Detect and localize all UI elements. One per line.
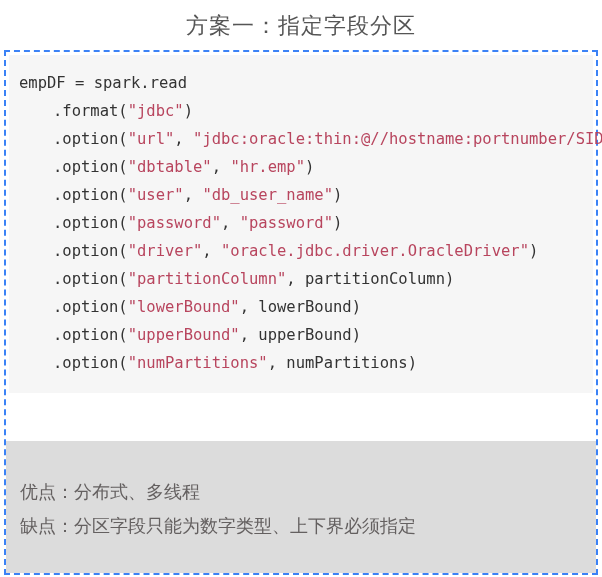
code-line: .option("password", "password")	[19, 209, 585, 237]
title: 方案一：指定字段分区	[0, 0, 602, 50]
code-line: .option("upperBound", upperBound)	[19, 321, 585, 349]
code-line: .option("driver", "oracle.jdbc.driver.Or…	[19, 237, 585, 265]
dashed-panel: empDF = spark.read .format("jdbc") .opti…	[4, 50, 598, 575]
code-line: .format("jdbc")	[19, 97, 585, 125]
pros-text: 优点：分布式、多线程	[20, 475, 582, 509]
summary-panel: 优点：分布式、多线程 缺点：分区字段只能为数字类型、上下界必须指定	[6, 441, 596, 573]
code-line: .option("dbtable", "hr.emp")	[19, 153, 585, 181]
code-line: .option("url", "jdbc:oracle:thin:@//host…	[19, 125, 585, 153]
code-line: .option("lowerBound", lowerBound)	[19, 293, 585, 321]
code-block: empDF = spark.read .format("jdbc") .opti…	[9, 55, 593, 393]
code-line: empDF = spark.read	[19, 69, 585, 97]
document-container: 方案一：指定字段分区 empDF = spark.read .format("j…	[0, 0, 602, 577]
cons-text: 缺点：分区字段只能为数字类型、上下界必须指定	[20, 509, 582, 543]
code-line: .option("user", "db_user_name")	[19, 181, 585, 209]
code-line: .option("partitionColumn", partitionColu…	[19, 265, 585, 293]
code-line: .option("numPartitions", numPartitions)	[19, 349, 585, 377]
